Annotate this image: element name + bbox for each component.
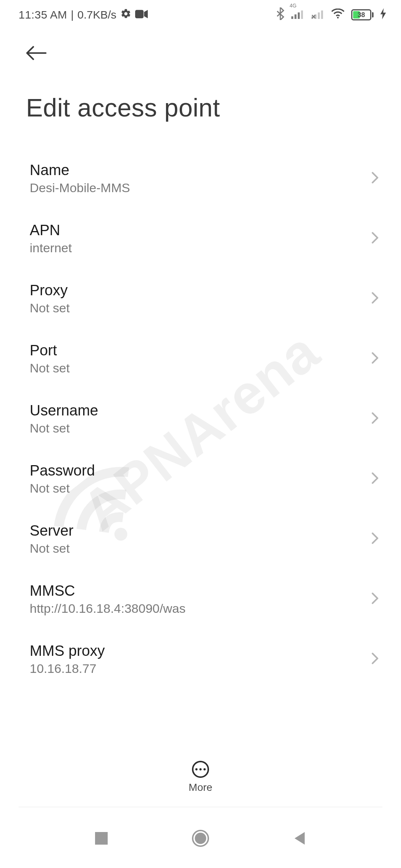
- svg-rect-4: [301, 10, 303, 19]
- chevron-right-icon: [371, 652, 379, 666]
- status-data-rate: 0.7KB/s: [78, 9, 117, 21]
- back-button[interactable]: [26, 43, 47, 63]
- more-button[interactable]: [192, 761, 209, 778]
- row-label: MMS proxy: [30, 642, 105, 659]
- status-separator: |: [71, 9, 74, 21]
- row-label: APN: [30, 222, 72, 239]
- row-label: MMSC: [30, 582, 186, 599]
- row-username[interactable]: Username Not set: [0, 389, 401, 449]
- bottom-divider: [19, 807, 382, 807]
- signal-no-sim-icon: [311, 9, 325, 22]
- triangle-left-icon: [293, 831, 306, 845]
- arrow-left-icon: [26, 46, 47, 60]
- row-mms-proxy[interactable]: MMS proxy 10.16.18.77: [0, 629, 401, 689]
- video-camera-icon: [135, 9, 148, 21]
- svg-rect-8: [321, 10, 323, 19]
- page-title: Edit access point: [26, 93, 379, 122]
- row-label: Proxy: [30, 282, 70, 299]
- chevron-right-icon: [371, 472, 379, 486]
- row-value: 10.16.18.77: [30, 661, 105, 676]
- svg-rect-2: [294, 14, 296, 19]
- row-label: Password: [30, 462, 95, 479]
- status-right: 4G 38: [276, 7, 386, 23]
- signal-4g-icon: 4G: [291, 9, 304, 22]
- status-left: 11:35 AM | 0.7KB/s: [19, 8, 148, 22]
- nav-recent-button[interactable]: [90, 827, 113, 849]
- nav-home-button[interactable]: [189, 827, 212, 849]
- row-label: Username: [30, 402, 98, 419]
- settings-list[interactable]: Name Desi-Mobile-MMS APN internet Proxy …: [0, 148, 401, 750]
- row-label: Port: [30, 342, 70, 359]
- dot-icon: [203, 768, 206, 770]
- charging-bolt-icon: [380, 8, 386, 22]
- chevron-right-icon: [371, 412, 379, 426]
- chevron-right-icon: [371, 532, 379, 546]
- more-label: More: [189, 782, 212, 793]
- row-label: Name: [30, 162, 130, 178]
- svg-rect-0: [135, 10, 144, 19]
- dot-icon: [199, 768, 202, 770]
- row-value: Not set: [30, 361, 70, 375]
- chevron-right-icon: [371, 352, 379, 366]
- row-value: Not set: [30, 421, 98, 435]
- row-password[interactable]: Password Not set: [0, 449, 401, 509]
- row-mmsc[interactable]: MMSC http://10.16.18.4:38090/was: [0, 569, 401, 629]
- chevron-right-icon: [371, 292, 379, 306]
- chevron-right-icon: [371, 592, 379, 606]
- chevron-right-icon: [371, 231, 379, 246]
- wifi-icon: [331, 9, 345, 22]
- settings-gear-icon: [120, 8, 131, 22]
- row-value: Desi-Mobile-MMS: [30, 181, 130, 195]
- status-bar: 11:35 AM | 0.7KB/s 4G 38: [0, 0, 401, 30]
- row-server[interactable]: Server Not set: [0, 509, 401, 569]
- square-icon: [95, 832, 108, 845]
- row-value: http://10.16.18.4:38090/was: [30, 601, 186, 616]
- bluetooth-icon: [276, 7, 284, 23]
- row-proxy[interactable]: Proxy Not set: [0, 269, 401, 329]
- row-value: Not set: [30, 481, 95, 496]
- svg-point-9: [337, 17, 339, 19]
- svg-rect-1: [291, 16, 293, 19]
- row-apn[interactable]: APN internet: [0, 208, 401, 269]
- chevron-right-icon: [371, 171, 379, 185]
- row-port[interactable]: Port Not set: [0, 329, 401, 389]
- bottom-action-bar: More: [0, 749, 401, 805]
- svg-point-13: [195, 833, 206, 844]
- row-value: Not set: [30, 301, 70, 315]
- row-label: Server: [30, 522, 74, 539]
- system-nav-bar: [0, 809, 401, 868]
- row-value: Not set: [30, 541, 74, 556]
- row-value: internet: [30, 241, 72, 255]
- nav-back-button[interactable]: [288, 827, 311, 849]
- svg-rect-11: [95, 832, 108, 845]
- circle-icon: [192, 830, 209, 847]
- row-name[interactable]: Name Desi-Mobile-MMS: [0, 148, 401, 208]
- svg-rect-3: [298, 12, 300, 19]
- header: Edit access point: [26, 43, 379, 122]
- status-time: 11:35 AM: [19, 9, 67, 21]
- dot-icon: [195, 768, 198, 770]
- svg-rect-7: [318, 12, 320, 19]
- battery-icon: 38: [351, 9, 374, 20]
